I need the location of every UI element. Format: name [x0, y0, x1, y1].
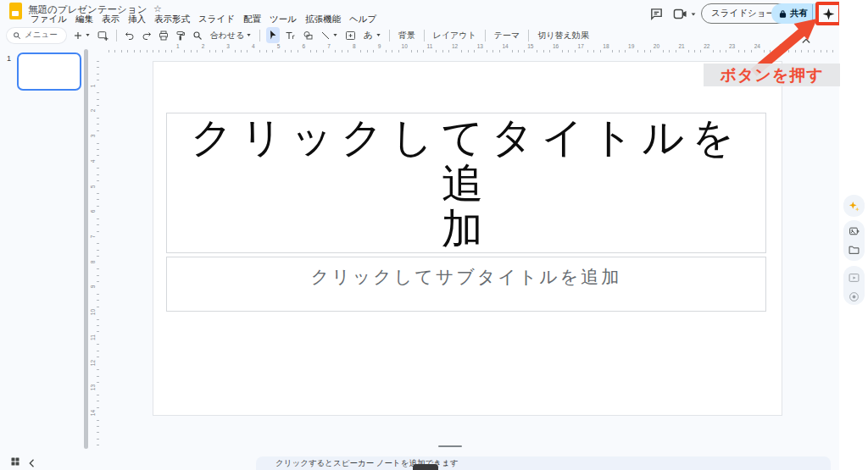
ruler-tick — [738, 50, 739, 53]
ruler-tick — [316, 50, 317, 53]
ruler-tick — [97, 382, 99, 383]
toolbar-menu-search[interactable]: メニュー — [7, 28, 66, 43]
menu-item-9[interactable]: ヘルプ — [345, 13, 381, 26]
insert-placeholder-tool[interactable] — [343, 27, 358, 43]
menu-item-2[interactable]: 表示 — [97, 13, 124, 26]
filmstrip-divider[interactable] — [84, 49, 88, 449]
h-ruler-number: 15 — [526, 43, 536, 49]
menu-item-6[interactable]: 配置 — [239, 13, 265, 26]
record-icon[interactable] — [845, 288, 862, 305]
ruler-tick — [97, 319, 99, 320]
menu-item-3[interactable]: 挿入 — [124, 13, 150, 26]
divider — [389, 30, 390, 41]
keep-note-icon[interactable] — [845, 223, 862, 240]
collapse-filmstrip-icon[interactable] — [28, 456, 35, 470]
toolbar-button-3[interactable]: 切り替え効果 — [533, 30, 593, 41]
ruler-tick — [97, 376, 99, 377]
v-ruler-number: 8 — [90, 257, 96, 267]
ruler-tick — [694, 50, 695, 53]
h-ruler-number: 3 — [223, 43, 233, 49]
ruler-tick — [108, 50, 109, 53]
ruler-tick — [814, 50, 815, 53]
slides-logo[interactable] — [9, 3, 22, 19]
menu-item-0[interactable]: ファイル — [26, 13, 71, 26]
ruler-tick — [97, 168, 99, 169]
select-tool[interactable] — [266, 27, 280, 43]
toolbar-button-1[interactable]: レイアウト — [429, 30, 481, 41]
chevron-down-icon — [376, 32, 381, 38]
plus-icon — [73, 30, 83, 41]
line-tool[interactable] — [319, 27, 340, 43]
h-ruler-number: 20 — [651, 43, 661, 49]
ruler-tick — [97, 439, 99, 440]
ruler-tick — [97, 231, 99, 232]
ruler-tick — [97, 250, 99, 251]
slide-thumbnail-1[interactable] — [17, 53, 81, 91]
gemini-sparkle-highlight[interactable] — [815, 2, 842, 25]
ruler-tick — [97, 199, 99, 200]
shape-tool[interactable] — [301, 27, 315, 43]
grid-view-icon[interactable] — [10, 455, 20, 470]
ruler-tick — [726, 50, 726, 53]
menu-item-1[interactable]: 編集 — [71, 13, 97, 26]
slide-canvas[interactable]: クリックしてタイトルを追 加 クリックしてサブタイトルを追加 — [153, 61, 782, 416]
menu-item-4[interactable]: 表示形式 — [150, 13, 194, 26]
ruler-tick — [191, 50, 192, 53]
h-ruler-number: 11 — [425, 43, 435, 49]
comment-icon[interactable] — [649, 7, 664, 21]
ruler-tick — [97, 426, 99, 427]
ruler-tick — [644, 50, 645, 53]
subtitle-placeholder[interactable]: クリックしてサブタイトルを追加 — [166, 257, 766, 312]
ruler-tick — [184, 50, 185, 53]
title-placeholder-line2: 加 — [167, 206, 765, 252]
notes-resize-handle[interactable] — [438, 445, 462, 447]
slide-play-icon[interactable] — [845, 269, 862, 286]
ruler-tick — [764, 50, 765, 53]
horizontal-ruler: 1234567891011121314151617181920212223242… — [89, 43, 852, 53]
ruler-tick — [134, 50, 135, 53]
printer-icon — [159, 30, 169, 41]
new-slide-button[interactable] — [71, 27, 92, 43]
folder-icon[interactable] — [845, 241, 862, 258]
fit-zoom-select[interactable]: 合わせる — [208, 27, 254, 43]
search-icon — [13, 31, 21, 40]
gemini-wand-icon[interactable] — [845, 197, 862, 214]
speaker-notes-bar[interactable]: クリックするとスピーカー ノートを追加できます — [256, 456, 831, 470]
ruler-tick — [537, 50, 537, 53]
toolbar-button-2[interactable]: テーマ — [490, 30, 524, 41]
paint-format-button[interactable] — [174, 27, 187, 43]
h-ruler-number: 1 — [173, 43, 183, 49]
h-ruler-number: 5 — [274, 43, 284, 49]
share-label: 共有 — [787, 8, 812, 19]
v-ruler-number: 4 — [90, 156, 96, 166]
menu-item-8[interactable]: 拡張機能 — [301, 13, 345, 26]
redo-button[interactable] — [140, 27, 153, 43]
ruler-tick — [744, 50, 745, 53]
ruler-tick — [650, 50, 651, 53]
ruler-tick — [97, 307, 99, 307]
ruler-tick — [97, 268, 99, 269]
ruler-tick — [619, 50, 620, 53]
title-placeholder[interactable]: クリックしてタイトルを追 加 — [166, 113, 766, 253]
menu-item-5[interactable]: スライド — [194, 13, 239, 26]
v-ruler-number: 10 — [90, 307, 96, 318]
ruler-tick — [600, 50, 601, 53]
chevron-down-icon — [85, 32, 91, 38]
new-slide-layout-button[interactable] — [96, 27, 110, 43]
divider — [485, 30, 486, 41]
present-camera-icon[interactable] — [673, 8, 697, 20]
ruler-tick — [222, 50, 223, 53]
ruler-tick — [461, 50, 462, 53]
furigana-tool[interactable]: あ — [361, 27, 382, 43]
undo-button[interactable] — [123, 27, 136, 43]
ruler-tick — [247, 50, 248, 53]
menu-item-7[interactable]: ツール — [265, 13, 301, 26]
divider — [259, 30, 260, 41]
v-ruler-number: 9 — [90, 282, 96, 292]
v-ruler-number: 6 — [90, 207, 96, 217]
zoom-button[interactable] — [191, 27, 204, 43]
print-button[interactable] — [157, 27, 170, 43]
toolbar-button-0[interactable]: 背景 — [394, 30, 420, 41]
textbox-tool[interactable] — [283, 27, 298, 43]
ruler-tick — [398, 50, 399, 53]
